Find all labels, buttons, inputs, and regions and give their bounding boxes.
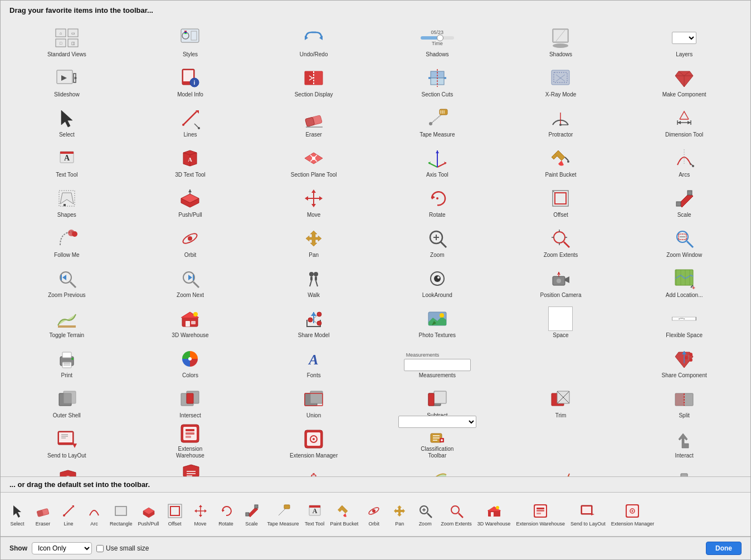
tool-section-cuts[interactable]: Section Cuts (376, 60, 499, 100)
tool-shadows[interactable]: Shadows (499, 20, 623, 60)
default-ext-mgr[interactable]: Extension Manager (609, 501, 657, 528)
tool-trim[interactable]: Trim (499, 381, 623, 421)
tool-make-component[interactable]: Make Component (622, 60, 746, 100)
tool-from-scratch[interactable]: From Scratch (376, 461, 499, 476)
default-pan[interactable]: Pan (387, 501, 412, 528)
tool-offset[interactable]: Offset (499, 181, 623, 221)
measurements-input[interactable] (404, 359, 471, 371)
show-select[interactable]: Icon Only Icon & Text Text Only (32, 542, 92, 554)
done-button[interactable]: Done (706, 542, 742, 555)
tool-section-plane[interactable]: Section Plane Tool (252, 140, 376, 181)
tool-component-options[interactable]: ⚙ Component Options (5, 461, 129, 476)
tool-measurements[interactable]: Measurements Measurements (376, 341, 499, 381)
tool-paint-bucket[interactable]: Paint Bucket (499, 140, 623, 181)
svg-point-295 (632, 510, 633, 512)
tool-classification[interactable]: Classification Toolbar (376, 421, 499, 461)
tool-toggle-terrain[interactable]: Toggle Terrain (5, 301, 129, 341)
tool-component-attributes[interactable]: Component Attributes (129, 461, 252, 476)
tool-lines[interactable]: Lines (129, 100, 252, 140)
tool-send-to-layout[interactable]: Send to LayOut (5, 421, 129, 461)
small-size-label[interactable]: Use small size (96, 544, 149, 552)
tool-share-model[interactable]: Share Model (252, 301, 376, 341)
default-ext-warehouse[interactable]: Extension Warehouse (514, 501, 567, 528)
default-tape[interactable]: Tape Measure (265, 501, 301, 528)
tool-xray[interactable]: X-Ray Mode (499, 60, 623, 100)
default-zoom[interactable]: Zoom (413, 501, 437, 528)
tool-outer-shell[interactable]: Outer Shell (5, 381, 129, 421)
default-eraser[interactable]: Eraser (31, 501, 55, 528)
tool-text-tool[interactable]: A Text Tool (5, 140, 129, 181)
tool-walk[interactable]: Walk (252, 261, 376, 301)
default-rotate[interactable]: Rotate (214, 501, 238, 528)
tool-standard-views[interactable]: ⌂ ▭ □ ◫ Standard Views (5, 20, 129, 60)
tool-pan[interactable]: Pan (252, 221, 376, 261)
tool-extension-warehouse[interactable]: Extension Warehouse (129, 421, 252, 461)
tool-fonts[interactable]: A Fonts (252, 341, 376, 381)
tool-flexible-space[interactable]: Flexible Space (622, 301, 746, 341)
default-pushpull[interactable]: Push/Pull (136, 501, 162, 528)
svg-line-100 (441, 242, 446, 247)
tool-share-component[interactable]: Share Component (622, 341, 746, 381)
tool-arcs[interactable]: Arcs (622, 140, 746, 181)
tool-follow-me[interactable]: Follow Me (5, 221, 129, 261)
default-rectangle[interactable]: Rectangle (108, 501, 135, 528)
svg-point-42 (198, 127, 200, 129)
tool-select[interactable]: Select (5, 100, 129, 140)
tool-slideshow[interactable]: Slideshow (5, 60, 129, 100)
tool-print[interactable]: Print (5, 341, 129, 381)
tool-zoom-extents[interactable]: Zoom Extents (499, 221, 623, 261)
tool-photo-textures[interactable]: Photo Textures (376, 301, 499, 341)
tool-space[interactable]: Space (499, 301, 623, 341)
tool-add-location[interactable]: + Add Location... (622, 261, 746, 301)
tool-position-camera[interactable]: Position Camera (499, 261, 623, 301)
tool-interact[interactable]: Interact (622, 421, 746, 461)
default-arc[interactable]: Arc (82, 501, 106, 528)
default-warehouse[interactable]: 3D Warehouse (475, 501, 513, 528)
default-move[interactable]: Move (188, 501, 213, 528)
tool-layers[interactable]: Layers (622, 20, 746, 60)
default-line[interactable]: Line (56, 501, 81, 528)
tool-rotate[interactable]: Rotate (376, 181, 499, 221)
tool-split[interactable]: Split (622, 381, 746, 421)
tool-3d-text[interactable]: A 3D Text Tool (129, 140, 252, 181)
tool-zoom-window[interactable]: Zoom Window (622, 221, 746, 261)
default-text[interactable]: A Text Tool (303, 501, 327, 528)
layers-select[interactable] (672, 32, 696, 44)
tool-colors[interactable]: Colors (129, 341, 252, 381)
tool-extension-manager[interactable]: Extension Manager (252, 421, 376, 461)
tool-undo-redo[interactable]: Undo/Redo (252, 20, 376, 60)
default-paint[interactable]: Paint Bucket (328, 501, 361, 528)
tool-3d-warehouse[interactable]: 3D Warehouse (129, 301, 252, 341)
small-size-checkbox[interactable] (96, 545, 104, 552)
tool-push-pull[interactable]: Push/Pull (129, 181, 252, 221)
default-scale[interactable]: Scale (240, 501, 264, 528)
default-offset[interactable]: Offset (163, 501, 187, 528)
default-select[interactable]: Select (5, 501, 30, 528)
tool-shapes[interactable]: Shapes (5, 181, 129, 221)
default-layout[interactable]: Send to LayOut (568, 501, 608, 528)
tool-shadows-slider[interactable]: 05/23 Time Shadows (376, 20, 499, 60)
default-orbit[interactable]: Orbit (362, 501, 386, 528)
tool-model-info[interactable]: i Model Info (129, 60, 252, 100)
tool-protractor[interactable]: ° Protractor (499, 100, 623, 140)
tool-orbit[interactable]: Orbit (129, 221, 252, 261)
tool-intersect[interactable]: Intersect (129, 381, 252, 421)
tool-section-display[interactable]: Section Display (252, 60, 376, 100)
tool-styles[interactable]: Styles (129, 20, 252, 60)
tool-lookaround[interactable]: LookAround (376, 261, 499, 301)
default-zoom-extents[interactable]: Zoom Extents (438, 501, 474, 528)
tool-scale[interactable]: Scale (622, 181, 746, 221)
classification-select[interactable] (398, 416, 476, 428)
tool-eraser[interactable]: Eraser (252, 100, 376, 140)
tool-zoom-next[interactable]: Zoom Next (129, 261, 252, 301)
tool-zoom-previous[interactable]: Zoom Previous (5, 261, 129, 301)
tool-stamp[interactable]: Stamp (622, 461, 746, 476)
tool-union[interactable]: Union (252, 381, 376, 421)
tool-tape-measure[interactable]: Tape Measure (376, 100, 499, 140)
tool-move[interactable]: Move (252, 181, 376, 221)
tool-dimension[interactable]: Dimension Tool (622, 100, 746, 140)
tool-smoove[interactable]: Smoove (499, 461, 623, 476)
tool-axis[interactable]: Axis Tool (376, 140, 499, 181)
tool-zoom[interactable]: Zoom (376, 221, 499, 261)
tool-from-contours[interactable]: From Contours (252, 461, 376, 476)
